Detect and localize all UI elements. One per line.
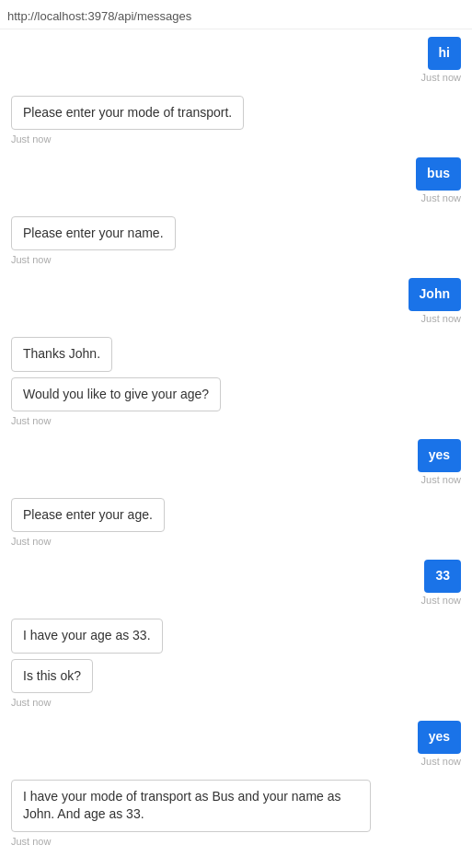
bot-bubbles: I have your age as 33.Is this ok? xyxy=(11,619,461,695)
message-row: I have your mode of transport as Bus and… xyxy=(11,780,461,832)
bot-bubble: I have your age as 33. xyxy=(11,619,163,654)
bot-bubble: I have your mode of transport as Bus and… xyxy=(11,780,371,832)
message-row: yes xyxy=(11,721,461,754)
timestamp: Just now xyxy=(11,836,461,847)
message-row: hi xyxy=(11,37,461,70)
timestamp: Just now xyxy=(11,133,461,145)
message-row: yes xyxy=(11,439,461,472)
bot-bubbles: Please enter your age. xyxy=(11,498,461,535)
message-group: I have your mode of transport as Bus and… xyxy=(11,780,461,856)
bot-bubble: Would you like to give your age? xyxy=(11,377,221,412)
bot-bubbles: Please enter your mode of transport. xyxy=(11,96,461,133)
message-group: hiJust now xyxy=(11,37,461,92)
message-row: 33 xyxy=(11,560,461,593)
message-group: yesJust now xyxy=(11,439,461,494)
message-group: Please enter your mode of transport.Just… xyxy=(11,96,461,155)
message-group: I have your age as 33.Is this ok?Just no… xyxy=(11,619,461,717)
message-group: Please enter your age.Just now xyxy=(11,498,461,557)
user-bubble: 33 xyxy=(424,560,461,593)
timestamp: Just now xyxy=(11,595,461,606)
message-group: Thanks John.Would you like to give your … xyxy=(11,337,461,435)
timestamp: Just now xyxy=(11,313,461,324)
message-group: Please enter your name.Just now xyxy=(11,216,461,275)
message-row: bus xyxy=(11,157,461,191)
user-bubble: yes xyxy=(418,721,461,754)
message-row: Would you like to give your age? xyxy=(11,377,461,412)
bot-bubble: Please enter your age. xyxy=(11,498,165,533)
user-bubble: hi xyxy=(428,37,461,70)
timestamp: Just now xyxy=(11,254,461,265)
bot-bubbles: Please enter your name. xyxy=(11,216,461,253)
user-bubble: yes xyxy=(418,439,461,472)
message-row: Please enter your age. xyxy=(11,498,461,533)
url-bar: http://localhost:3978/api/messages xyxy=(0,0,472,29)
message-row: Please enter your name. xyxy=(11,216,461,251)
message-group: yesJust now xyxy=(11,721,461,776)
message-row: John xyxy=(11,278,461,311)
timestamp: Just now xyxy=(11,536,461,547)
user-bubble: bus xyxy=(416,157,461,191)
message-group: busJust now xyxy=(11,157,461,213)
timestamp: Just now xyxy=(11,72,461,83)
bot-bubbles: Thanks John.Would you like to give your … xyxy=(11,337,461,413)
bot-bubbles: I have your mode of transport as Bus and… xyxy=(11,780,461,834)
message-row: I have your age as 33. xyxy=(11,619,461,654)
bot-bubble: Please enter your mode of transport. xyxy=(11,96,244,131)
user-bubble: John xyxy=(409,278,461,311)
timestamp: Just now xyxy=(11,192,461,203)
message-group: 33Just now xyxy=(11,560,461,615)
bot-bubble: Thanks John. xyxy=(11,337,112,372)
chat-container: hiJust nowPlease enter your mode of tran… xyxy=(0,29,472,867)
timestamp: Just now xyxy=(11,697,461,708)
message-row: Is this ok? xyxy=(11,659,461,694)
timestamp: Just now xyxy=(11,756,461,767)
timestamp: Just now xyxy=(11,415,461,426)
message-row: Thanks John. xyxy=(11,337,461,372)
message-group: JohnJust now xyxy=(11,278,461,333)
bot-bubble: Please enter your name. xyxy=(11,216,176,251)
message-row: Please enter your mode of transport. xyxy=(11,96,461,131)
bot-bubble: Is this ok? xyxy=(11,659,93,694)
timestamp: Just now xyxy=(11,474,461,485)
